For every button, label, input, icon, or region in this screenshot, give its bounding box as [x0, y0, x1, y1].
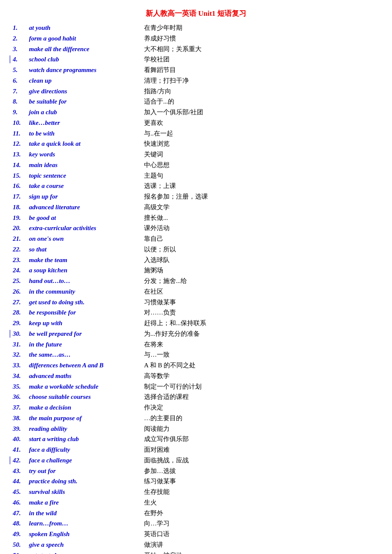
- phrase-chinese: 报名参加；注册，选课: [144, 191, 208, 202]
- phrase-number: 10.: [13, 118, 29, 128]
- phrase-english: be good at: [29, 213, 144, 223]
- list-item: 48.learn…from…向…学习: [13, 518, 379, 529]
- phrase-number: 5.: [13, 65, 29, 75]
- phrase-number: 13.: [13, 149, 29, 160]
- phrase-english: survival skills: [29, 487, 144, 497]
- phrase-chinese: 面对困难: [144, 444, 170, 455]
- phrase-english: make a decision: [29, 402, 144, 413]
- list-item: 20.extra-curricular activities课外活动: [13, 223, 379, 234]
- list-item: 29.keep up with赶得上；和...保持联系: [13, 318, 379, 329]
- list-item: 31.in the future在将来: [13, 339, 379, 350]
- phrase-number: 26.: [13, 286, 29, 297]
- list-item: 23.make the team入选球队: [13, 255, 379, 265]
- phrase-chinese: 开始；被启动: [144, 550, 182, 554]
- phrase-english: on one's own: [29, 234, 144, 244]
- list-item: 34.advanced maths高等数学: [13, 371, 379, 381]
- phrase-english: a soup kitchen: [29, 265, 144, 276]
- phrase-chinese: 大不相同；关系重大: [144, 44, 202, 55]
- phrase-number: 25.: [13, 276, 29, 286]
- list-item: 38.the main purpose of…的主要目的: [13, 413, 379, 424]
- phrase-chinese: 主题句: [144, 170, 163, 181]
- list-item: 30.be well prepared for为...作好充分的准备: [13, 329, 379, 339]
- phrase-english: topic sentence: [29, 170, 144, 181]
- phrase-chinese: 擅长做...: [144, 213, 168, 223]
- list-item: 11.to be with与..在一起: [13, 128, 379, 139]
- phrase-chinese: 与…一致: [144, 349, 170, 360]
- phrase-chinese: 生存技能: [144, 487, 170, 497]
- phrase-english: give a speech: [29, 540, 144, 550]
- phrase-english: join a club: [29, 107, 144, 118]
- list-item: 49.spoken English英语口语: [13, 529, 379, 540]
- phrase-number: 31.: [13, 339, 29, 350]
- phrase-chinese: 在野外: [144, 508, 163, 519]
- phrase-chinese: 参加…选拔: [144, 466, 176, 476]
- phrase-english: the same…as…: [29, 349, 144, 360]
- phrase-chinese: 指路/方向: [144, 86, 171, 97]
- phrase-chinese: 为...作好充分的准备: [144, 329, 200, 339]
- phrase-number: 14.: [13, 160, 29, 170]
- phrase-english: watch dance programmes: [29, 65, 144, 75]
- phrase-english: choose suitable courses: [29, 392, 144, 402]
- phrase-number: 27.: [13, 297, 29, 308]
- phrase-number: 44.: [13, 476, 29, 487]
- phrase-english: keep up with: [29, 318, 144, 329]
- phrase-number: 11.: [13, 128, 29, 139]
- phrase-chinese: 对……负责: [144, 307, 176, 318]
- phrase-number: 43.: [13, 466, 29, 476]
- list-item: 39.reading ability阅读能力: [13, 424, 379, 434]
- phrase-english: differences between A and B: [29, 360, 144, 371]
- phrase-number: 51.: [13, 550, 29, 554]
- phrase-chinese: 入选球队: [144, 255, 170, 265]
- list-item: 50.give a speech做演讲: [13, 540, 379, 550]
- phrase-english: make the team: [29, 255, 144, 265]
- phrase-chinese: 制定一个可行的计划: [144, 381, 202, 392]
- phrase-chinese: 课外活动: [144, 223, 170, 234]
- phrase-english: extra-curricular activities: [29, 223, 144, 234]
- phrase-english: like…better: [29, 118, 144, 128]
- phrase-english: hand out…to…: [29, 276, 144, 286]
- phrase-chinese: 清理；打扫干净: [144, 75, 189, 86]
- phrase-english: face a difficulty: [29, 444, 144, 455]
- phrase-number: 19.: [13, 213, 29, 223]
- phrase-number: 7.: [13, 86, 29, 97]
- phrase-chinese: 阅读能力: [144, 424, 170, 434]
- phrase-number: 32.: [13, 349, 29, 360]
- phrase-chinese: 赶得上；和...保持联系: [144, 318, 206, 329]
- list-item: 32.the same…as…与…一致: [13, 349, 379, 360]
- list-item: 47.in the wild在野外: [13, 508, 379, 519]
- phrase-chinese: 生火: [144, 497, 157, 508]
- phrase-number: 45.: [13, 487, 29, 497]
- phrase-english: get started: [29, 550, 144, 554]
- list-item: 13.key words关键词: [13, 149, 379, 160]
- phrase-number: 38.: [13, 413, 29, 424]
- phrase-number: 21.: [13, 234, 29, 244]
- phrase-chinese: 做演讲: [144, 540, 163, 550]
- phrase-number: 4.: [13, 54, 29, 65]
- phrase-chinese: 以便；所以: [144, 244, 176, 255]
- phrase-number: 46.: [13, 497, 29, 508]
- phrase-chinese: A 和 B 的不同之处: [144, 360, 196, 371]
- phrase-number: 40.: [13, 434, 29, 444]
- phrase-english: be responsible for: [29, 307, 144, 318]
- list-item: 9.join a club加入一个俱乐部/社团: [13, 107, 379, 118]
- phrase-chinese: 学校社团: [144, 54, 170, 65]
- phrase-number: 24.: [13, 265, 29, 276]
- phrase-english: clean up: [29, 75, 144, 86]
- phrase-number: 9.: [13, 107, 29, 118]
- phrase-chinese: 习惯做某事: [144, 297, 176, 308]
- phrase-english: take a quick look at: [29, 138, 144, 149]
- phrase-chinese: 成立写作俱乐部: [144, 434, 189, 444]
- phrase-chinese: 练习做某事: [144, 476, 176, 487]
- list-item: 41.face a difficulty面对困难: [13, 444, 379, 455]
- list-item: 5.watch dance programmes看舞蹈节目: [13, 65, 379, 75]
- phrase-english: in the community: [29, 286, 144, 297]
- phrase-chinese: 中心思想: [144, 160, 170, 170]
- phrase-number: 6.: [13, 75, 29, 86]
- phrase-english: reading ability: [29, 424, 144, 434]
- phrase-number: 2.: [13, 33, 29, 44]
- list-item: 44.practice doing sth.练习做某事: [13, 476, 379, 487]
- list-item: 22.so that以便；所以: [13, 244, 379, 255]
- phrase-english: so that: [29, 244, 144, 255]
- list-item: 3.make all the difference大不相同；关系重大: [13, 44, 379, 55]
- list-item: 21.on one's own靠自己: [13, 234, 379, 244]
